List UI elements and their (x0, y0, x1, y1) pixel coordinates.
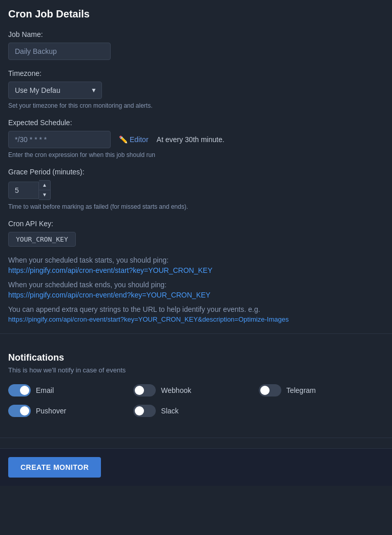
timezone-helper: Set your timezone for this cron monitori… (8, 102, 384, 109)
toggle-slack-thumb (135, 406, 144, 415)
timezone-group: Timezone: Use My Defau UTC America/New_Y… (8, 69, 384, 109)
toggle-telegram-label: Telegram (286, 386, 316, 394)
toggle-webhook-label: Webhook (161, 386, 191, 394)
schedule-row: ✏️ Editor At every 30th minute. (8, 131, 384, 148)
timezone-label: Timezone: (8, 69, 384, 77)
cron-api-key-group: Cron API Key: YOUR_CRON_KEY (8, 220, 384, 247)
toggle-telegram-switch[interactable] (259, 384, 281, 397)
ping-start-url: https://pingify.com/api/cron-event/start… (8, 266, 384, 274)
ping-start-section: When your scheduled task starts, you sho… (8, 256, 384, 274)
grace-period-label: Grace Period (minutes): (8, 168, 384, 176)
ping-end-section: When your scheduled task ends, you shoul… (8, 281, 384, 299)
schedule-helper: Enter the cron expression for when this … (8, 151, 384, 158)
edit-icon: ✏️ (119, 135, 128, 144)
toggle-email: Email (8, 384, 133, 397)
editor-link-label: Editor (130, 135, 149, 144)
grace-period-input[interactable] (8, 182, 39, 199)
toggle-pushover-label: Pushover (36, 407, 66, 415)
toggle-slack-switch[interactable] (133, 405, 156, 417)
toggle-telegram-thumb (260, 386, 270, 395)
append-note-section: You can append extra query strings to th… (8, 305, 384, 323)
toggle-webhook-track (133, 384, 156, 397)
ping-end-url: https://pingify.com/api/cron-event/end?k… (8, 291, 384, 299)
append-note-url: https://pingify.com/api/cron-event/start… (8, 315, 384, 323)
editor-link[interactable]: ✏️ Editor (119, 135, 149, 144)
timezone-select-wrapper: Use My Defau UTC America/New_York Americ… (8, 82, 102, 99)
toggle-telegram: Telegram (259, 384, 384, 397)
create-monitor-button[interactable]: CREATE MONITOR (8, 457, 101, 478)
bottom-bar: CREATE MONITOR (0, 448, 392, 486)
grace-period-input-wrapper: ▲ ▼ (8, 180, 384, 200)
job-name-input[interactable] (8, 43, 111, 60)
ping-start-text: When your scheduled task starts, you sho… (8, 256, 384, 264)
toggle-telegram-track (259, 384, 281, 397)
number-spin-buttons: ▲ ▼ (39, 180, 51, 200)
toggle-pushover-switch[interactable] (8, 405, 31, 417)
notifications-subtitle: This is how we'll notify in case of even… (8, 366, 384, 374)
cron-expression-input[interactable] (8, 131, 111, 148)
timezone-select[interactable]: Use My Defau UTC America/New_York Americ… (8, 82, 102, 99)
cron-api-key-label: Cron API Key: (8, 220, 384, 228)
expected-schedule-label: Expected Schedule: (8, 118, 384, 127)
spin-up-button[interactable]: ▲ (39, 181, 50, 190)
toggle-email-label: Email (36, 386, 54, 394)
job-name-label: Job Name: (8, 30, 384, 38)
append-note-text: You can append extra query strings to th… (8, 305, 384, 313)
toggle-email-thumb (20, 386, 29, 395)
grace-period-helper: Time to wait before marking as failed (f… (8, 203, 384, 210)
notifications-section: Notifications This is how we'll notify i… (0, 344, 392, 427)
toggle-webhook: Webhook (133, 384, 258, 397)
bottom-divider (0, 438, 392, 438)
toggle-email-switch[interactable] (8, 384, 31, 397)
section-divider (0, 333, 392, 334)
toggle-slack-label: Slack (161, 407, 178, 415)
api-key-badge: YOUR_CRON_KEY (8, 232, 76, 247)
toggle-webhook-switch[interactable] (133, 384, 156, 397)
schedule-description: At every 30th minute. (157, 135, 224, 144)
expected-schedule-group: Expected Schedule: ✏️ Editor At every 30… (8, 118, 384, 158)
toggle-slack-track (133, 405, 156, 417)
ping-end-text: When your scheduled task ends, you shoul… (8, 281, 384, 289)
toggle-pushover-track (8, 405, 31, 417)
toggle-webhook-thumb (135, 386, 144, 395)
toggle-pushover-thumb (20, 406, 29, 415)
spin-down-button[interactable]: ▼ (39, 190, 50, 200)
toggle-pushover: Pushover (8, 405, 133, 417)
toggle-slack: Slack (133, 405, 258, 417)
toggle-email-track (8, 384, 31, 397)
page-title: Cron Job Details (8, 8, 384, 20)
grace-period-group: Grace Period (minutes): ▲ ▼ Time to wait… (8, 168, 384, 210)
notifications-title: Notifications (8, 352, 384, 363)
toggles-grid: Email Webhook Telegram (8, 384, 384, 417)
job-name-group: Job Name: (8, 30, 384, 60)
